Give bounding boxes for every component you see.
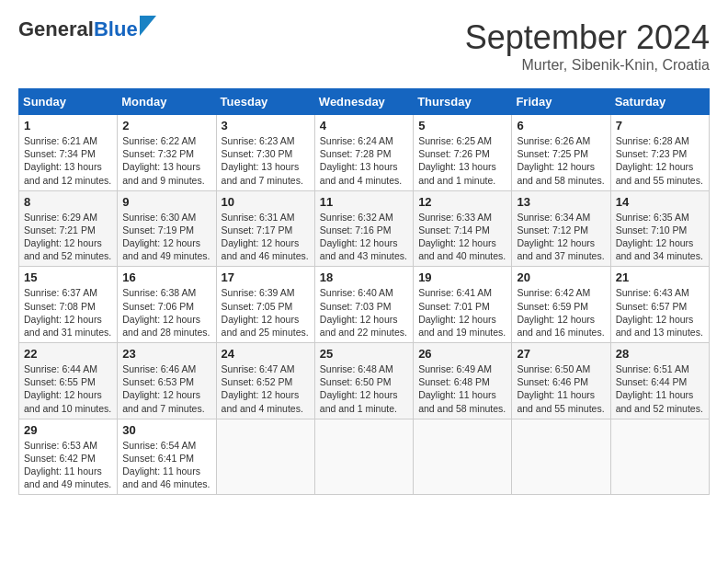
page-header: GeneralBlue September 2024 Murter, Siben… [18,18,710,74]
day-number: 1 [24,119,112,132]
day-info: Sunrise: 6:31 AMSunset: 7:17 PMDaylight:… [222,211,310,263]
day-info: Sunrise: 6:33 AMSunset: 7:14 PMDaylight:… [418,211,506,263]
table-row: 29 Sunrise: 6:53 AMSunset: 6:42 PMDaylig… [19,419,118,495]
title-section: September 2024 Murter, Sibenik-Knin, Cro… [465,18,710,74]
day-info: Sunrise: 6:35 AMSunset: 7:10 PMDaylight:… [616,211,704,263]
table-row: 24 Sunrise: 6:47 AMSunset: 6:52 PMDaylig… [216,343,314,419]
table-row [414,419,512,495]
table-row: 17 Sunrise: 6:39 AMSunset: 7:05 PMDaylig… [216,267,314,343]
table-row: 19 Sunrise: 6:41 AMSunset: 7:01 PMDaylig… [414,267,512,343]
day-info: Sunrise: 6:39 AMSunset: 7:05 PMDaylight:… [222,286,310,339]
col-monday: Monday [118,89,216,115]
table-row: 22 Sunrise: 6:44 AMSunset: 6:55 PMDaylig… [19,343,118,419]
logo-text: GeneralBlue [18,18,138,40]
day-number: 16 [122,270,210,284]
logo-blue: Blue [94,17,138,40]
day-number: 3 [222,119,310,132]
table-row: 9 Sunrise: 6:30 AMSunset: 7:19 PMDayligh… [118,190,216,267]
day-number: 28 [616,347,704,361]
day-number: 7 [616,119,704,132]
table-row: 28 Sunrise: 6:51 AMSunset: 6:44 PMDaylig… [610,343,709,419]
day-number: 23 [122,347,210,361]
day-number: 5 [418,119,506,132]
table-row: 30 Sunrise: 6:54 AMSunset: 6:41 PMDaylig… [118,419,216,495]
day-info: Sunrise: 6:53 AMSunset: 6:42 PMDaylight:… [24,439,112,491]
calendar-week-1: 1 Sunrise: 6:21 AMSunset: 7:34 PMDayligh… [19,115,710,191]
day-info: Sunrise: 6:48 AMSunset: 6:50 PMDaylight:… [320,362,408,415]
table-row: 16 Sunrise: 6:38 AMSunset: 7:06 PMDaylig… [118,267,216,343]
table-row: 10 Sunrise: 6:31 AMSunset: 7:17 PMDaylig… [216,190,314,267]
calendar-week-2: 8 Sunrise: 6:29 AMSunset: 7:21 PMDayligh… [19,190,710,267]
col-wednesday: Wednesday [314,89,413,115]
day-number: 15 [24,270,112,284]
day-number: 26 [418,347,506,361]
day-number: 14 [616,195,704,209]
day-number: 9 [122,195,210,209]
day-info: Sunrise: 6:41 AMSunset: 7:01 PMDaylight:… [418,286,506,339]
day-info: Sunrise: 6:29 AMSunset: 7:21 PMDaylight:… [24,211,112,263]
day-info: Sunrise: 6:30 AMSunset: 7:19 PMDaylight:… [122,211,210,263]
day-number: 12 [418,195,506,209]
table-row: 15 Sunrise: 6:37 AMSunset: 7:08 PMDaylig… [19,267,118,343]
day-info: Sunrise: 6:34 AMSunset: 7:12 PMDaylight:… [517,211,605,263]
day-number: 4 [320,119,408,132]
table-row: 21 Sunrise: 6:43 AMSunset: 6:57 PMDaylig… [610,267,709,343]
day-info: Sunrise: 6:40 AMSunset: 7:03 PMDaylight:… [320,286,408,339]
calendar-table: Sunday Monday Tuesday Wednesday Thursday… [18,88,710,495]
day-info: Sunrise: 6:23 AMSunset: 7:30 PMDaylight:… [222,134,310,187]
table-row: 8 Sunrise: 6:29 AMSunset: 7:21 PMDayligh… [19,190,118,267]
logo: GeneralBlue [18,18,156,40]
table-row: 18 Sunrise: 6:40 AMSunset: 7:03 PMDaylig… [314,267,413,343]
day-info: Sunrise: 6:24 AMSunset: 7:28 PMDaylight:… [320,134,408,187]
table-row: 20 Sunrise: 6:42 AMSunset: 6:59 PMDaylig… [512,267,610,343]
day-number: 17 [222,270,310,284]
table-row: 1 Sunrise: 6:21 AMSunset: 7:34 PMDayligh… [19,115,118,191]
day-info: Sunrise: 6:43 AMSunset: 6:57 PMDaylight:… [616,286,704,339]
day-info: Sunrise: 6:54 AMSunset: 6:41 PMDaylight:… [122,439,210,491]
col-friday: Friday [512,89,610,115]
col-thursday: Thursday [414,89,512,115]
day-info: Sunrise: 6:49 AMSunset: 6:48 PMDaylight:… [418,362,506,415]
logo-general: General [18,17,94,40]
day-number: 22 [24,347,112,361]
day-number: 24 [222,347,310,361]
table-row [610,419,709,495]
day-number: 30 [122,423,210,437]
table-row: 12 Sunrise: 6:33 AMSunset: 7:14 PMDaylig… [414,190,512,267]
table-row: 27 Sunrise: 6:50 AMSunset: 6:46 PMDaylig… [512,343,610,419]
day-info: Sunrise: 6:28 AMSunset: 7:23 PMDaylight:… [616,134,704,187]
day-number: 18 [320,270,408,284]
day-number: 27 [517,347,605,361]
day-number: 11 [320,195,408,209]
month-title: September 2024 [465,18,710,57]
calendar-header-row: Sunday Monday Tuesday Wednesday Thursday… [19,89,710,115]
svg-marker-0 [140,16,156,36]
col-saturday: Saturday [610,89,709,115]
day-info: Sunrise: 6:51 AMSunset: 6:44 PMDaylight:… [616,362,704,415]
day-number: 6 [517,119,605,132]
logo-triangle-icon [140,16,156,36]
table-row: 23 Sunrise: 6:46 AMSunset: 6:53 PMDaylig… [118,343,216,419]
day-number: 10 [222,195,310,209]
col-sunday: Sunday [19,89,118,115]
day-info: Sunrise: 6:47 AMSunset: 6:52 PMDaylight:… [222,362,310,415]
day-info: Sunrise: 6:38 AMSunset: 7:06 PMDaylight:… [122,286,210,339]
table-row: 13 Sunrise: 6:34 AMSunset: 7:12 PMDaylig… [512,190,610,267]
table-row: 6 Sunrise: 6:26 AMSunset: 7:25 PMDayligh… [512,115,610,191]
col-tuesday: Tuesday [216,89,314,115]
table-row: 26 Sunrise: 6:49 AMSunset: 6:48 PMDaylig… [414,343,512,419]
day-number: 29 [24,423,112,437]
table-row [512,419,610,495]
day-info: Sunrise: 6:25 AMSunset: 7:26 PMDaylight:… [418,134,506,187]
table-row: 2 Sunrise: 6:22 AMSunset: 7:32 PMDayligh… [118,115,216,191]
day-number: 21 [616,270,704,284]
location: Murter, Sibenik-Knin, Croatia [465,57,710,74]
day-info: Sunrise: 6:37 AMSunset: 7:08 PMDaylight:… [24,286,112,339]
day-number: 20 [517,270,605,284]
day-number: 25 [320,347,408,361]
table-row: 3 Sunrise: 6:23 AMSunset: 7:30 PMDayligh… [216,115,314,191]
day-number: 8 [24,195,112,209]
day-info: Sunrise: 6:26 AMSunset: 7:25 PMDaylight:… [517,134,605,187]
table-row: 4 Sunrise: 6:24 AMSunset: 7:28 PMDayligh… [314,115,413,191]
table-row: 5 Sunrise: 6:25 AMSunset: 7:26 PMDayligh… [414,115,512,191]
